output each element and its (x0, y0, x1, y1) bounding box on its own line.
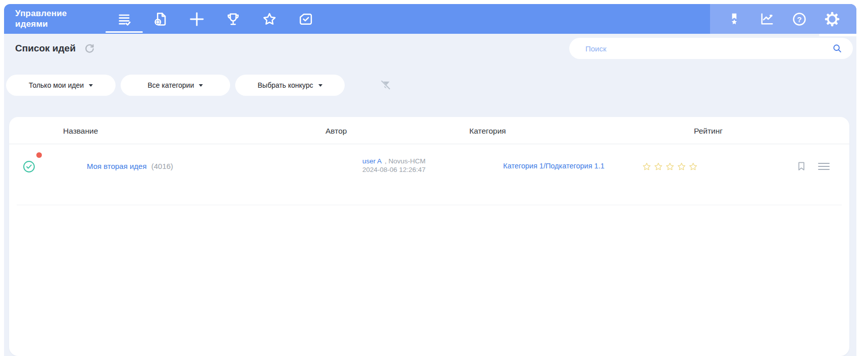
folder-check-icon (298, 11, 314, 27)
app-header: Управление идеями (4, 4, 856, 34)
idea-list-icon (116, 11, 132, 27)
filter-off-icon (379, 79, 392, 92)
plus-icon (188, 11, 205, 28)
column-header-author: Автор (326, 127, 347, 136)
author-line: user A, Novus-HCM (362, 157, 425, 165)
idea-author-cell: user A, Novus-HCM 2024-08-06 12:26:47 (362, 157, 425, 174)
ideas-table: Название Автор Категория Рейтинг Моя вто… (9, 117, 849, 356)
star-icon (261, 11, 278, 27)
achievements-button[interactable] (726, 11, 743, 28)
help-icon: ? (791, 11, 807, 27)
filter-contest-dropdown[interactable]: Выбрать конкурс (235, 75, 345, 96)
column-header-category: Категория (469, 127, 506, 136)
rating-star-icon[interactable] (665, 162, 675, 171)
filter-my-ideas-dropdown[interactable]: Только мои идеи (6, 75, 116, 96)
header-right-toolbar: ? (710, 4, 856, 34)
check-circle-icon (23, 160, 35, 173)
search-input[interactable] (585, 44, 832, 53)
rating-star-icon[interactable] (654, 162, 663, 171)
app-title-line1: Управление (15, 8, 67, 19)
filter-contest-label: Выбрать конкурс (258, 81, 313, 89)
search-icon (832, 43, 843, 54)
help-button[interactable]: ? (791, 11, 808, 28)
app-card: Управление идеями (4, 4, 856, 356)
refresh-button[interactable] (83, 42, 95, 54)
column-header-rating: Рейтинг (694, 127, 723, 136)
medal-icon (727, 12, 742, 27)
author-link[interactable]: user A (362, 157, 382, 165)
row-menu-button[interactable] (818, 162, 830, 171)
hamburger-menu-icon (818, 162, 830, 171)
filter-categories-dropdown[interactable]: Все категории (121, 75, 230, 96)
page-head: Список идей (15, 42, 95, 54)
clear-filters-button[interactable] (379, 79, 392, 92)
statistics-button[interactable] (758, 11, 776, 28)
chevron-down-icon (199, 84, 203, 87)
app-title: Управление идеями (15, 8, 67, 29)
chevron-down-icon (89, 84, 93, 87)
page-title: Список идей (15, 43, 76, 54)
rating-stars[interactable] (642, 162, 698, 171)
bookmark-icon (796, 161, 806, 171)
idea-status-check-button[interactable] (23, 160, 35, 173)
document-add-icon (152, 11, 169, 27)
gear-icon (824, 11, 840, 27)
idea-title-cell: Моя вторая идея (4016) (87, 162, 173, 170)
filters-row: Только мои идеи Все категории Выбрать ко… (6, 75, 392, 96)
search-submit-button[interactable] (832, 43, 843, 54)
column-header-name: Название (63, 127, 98, 136)
rating-star-icon[interactable] (642, 162, 652, 171)
created-at: 2024-08-06 12:26:47 (362, 165, 425, 174)
active-tab-indicator (105, 31, 143, 33)
category-link[interactable]: Категория 1/Подкатегория 1.1 (503, 162, 605, 170)
author-company: , Novus-HCM (385, 157, 425, 165)
chevron-down-icon (318, 84, 322, 87)
rating-star-icon[interactable] (688, 162, 698, 171)
trophy-icon (225, 11, 241, 27)
svg-text:?: ? (797, 15, 802, 23)
rating-star-icon[interactable] (677, 162, 686, 171)
main-nav (106, 4, 324, 34)
unread-badge (36, 152, 42, 158)
refresh-icon (83, 42, 95, 54)
app-title-line2: идеями (15, 19, 67, 29)
filter-my-ideas-label: Только мои идеи (29, 81, 84, 89)
nav-idea-list[interactable] (106, 4, 142, 34)
search-bar (569, 38, 853, 59)
settings-underline-indicator (819, 34, 856, 36)
nav-tasks[interactable] (288, 4, 324, 34)
idea-id: (4016) (151, 162, 173, 170)
nav-new-document[interactable] (142, 4, 179, 34)
filter-categories-label: Все категории (148, 81, 194, 89)
nav-add-idea[interactable] (179, 4, 215, 34)
nav-contests[interactable] (215, 4, 251, 34)
table-row: Моя вторая идея (4016) user A, Novus-HCM… (9, 144, 849, 178)
nav-favorites[interactable] (251, 4, 288, 34)
settings-button[interactable] (824, 11, 841, 28)
idea-category-cell: Категория 1/Подкатегория 1.1 (503, 162, 605, 170)
chart-icon (759, 11, 775, 27)
row-divider (17, 205, 842, 205)
idea-title-link[interactable]: Моя вторая идея (87, 162, 147, 170)
bookmark-button[interactable] (796, 161, 806, 171)
